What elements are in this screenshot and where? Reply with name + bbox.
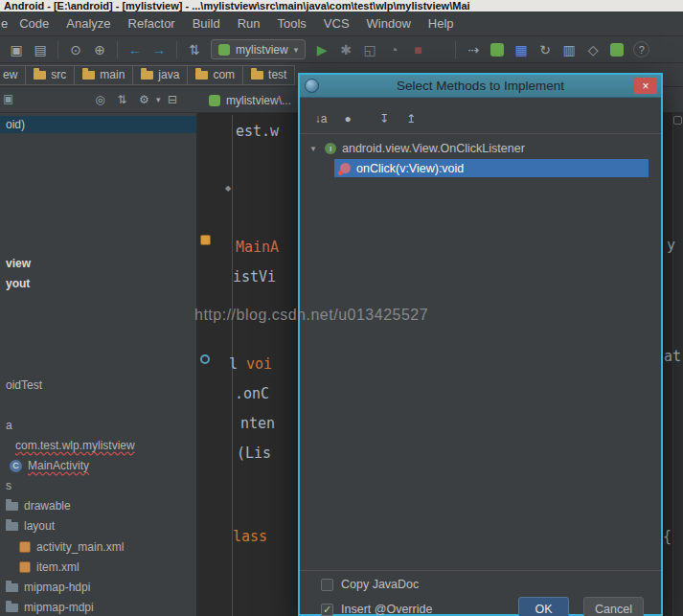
gear-icon[interactable]: ⚙ [134, 89, 154, 109]
device-monitor-icon[interactable]: ▥ [558, 39, 581, 60]
breadcrumb-com[interactable]: com [187, 65, 243, 85]
tree-item-android-selected[interactable]: oid) [0, 116, 196, 133]
expand-all-icon[interactable]: ↧ [375, 109, 394, 128]
tree-item-java[interactable]: a [6, 417, 12, 434]
breadcrumb-src[interactable]: src [25, 65, 75, 85]
tree-item-label: oidTest [6, 378, 42, 392]
editor-tab[interactable]: mylistview\... [197, 87, 304, 113]
tree-item-androidtest[interactable]: oidTest [6, 376, 42, 394]
code-fragment: istVi [233, 268, 276, 286]
menu-item-analyze[interactable]: Analyze [57, 16, 119, 31]
sort-alphabetically-icon[interactable]: ↓a [311, 109, 330, 128]
menu-item-tools[interactable]: Tools [268, 16, 314, 31]
dialog-toolbar: ↓a ● ↧ ↥ [300, 103, 661, 134]
fold-marker-icon[interactable]: ◆ [225, 184, 231, 193]
android-monitor-icon[interactable] [610, 43, 624, 57]
sync-icon[interactable]: ↻ [534, 39, 557, 60]
menu-item-refactor[interactable]: Refactor [120, 16, 184, 31]
override-gutter-icon[interactable] [200, 354, 210, 364]
save-all-icon[interactable]: ▤ [29, 39, 52, 60]
run-button[interactable]: ▶ [310, 39, 333, 60]
breadcrumb-label: ew [3, 68, 17, 81]
error-stripe-icon[interactable] [673, 116, 682, 125]
open-project-icon[interactable]: ▣ [5, 39, 28, 60]
menu-item-build[interactable]: Build [184, 16, 229, 31]
debug-button[interactable]: ✱ [334, 39, 357, 60]
cancel-button[interactable]: Cancel [583, 597, 644, 616]
tree-item-item-xml[interactable]: item.xml [19, 559, 80, 576]
stop-button[interactable]: ■ [406, 39, 429, 60]
tool-window-icon[interactable]: ▣ [3, 92, 13, 105]
tree-item-label: MainActivity [28, 459, 89, 472]
sort-icon[interactable]: ⇅ [112, 89, 132, 109]
breadcrumb-label: main [100, 68, 125, 81]
attach-debugger-icon[interactable]: ⇢ [462, 39, 485, 60]
tree-item-layout[interactable]: layout [6, 517, 55, 535]
dialog-titlebar[interactable]: Select Methods to Implement × [300, 75, 661, 98]
breadcrumb-fragment[interactable]: ew [0, 65, 26, 85]
tree-item-label: view [6, 257, 31, 270]
sdk-manager-icon[interactable]: ▦ [510, 39, 533, 60]
tree-item-drawable[interactable]: drawable [6, 497, 71, 514]
avd-manager-icon[interactable] [490, 43, 504, 57]
copy-javadoc-option[interactable]: Copy JavaDoc [321, 577, 419, 592]
tree-item-label: a [6, 419, 12, 432]
menu-item-vcs[interactable]: VCS [315, 16, 358, 31]
toolbar-separator [176, 41, 177, 58]
coverage-button[interactable]: ◱ [358, 39, 381, 60]
insert-override-label: Insert @Override [341, 603, 432, 616]
close-icon[interactable]: × [634, 78, 657, 94]
tree-item-res[interactable]: s [6, 477, 11, 494]
menu-item-run[interactable]: Run [229, 16, 269, 31]
tree-item-label: yout [6, 277, 30, 290]
help-icon[interactable]: ? [633, 41, 649, 57]
tree-item-mipmap-mdpi[interactable]: mipmap-mdpi [6, 599, 94, 616]
insert-override-option[interactable]: ✓ Insert @Override [321, 602, 432, 616]
gradle-icon[interactable]: ◇ [581, 39, 604, 60]
dialog-separator [300, 570, 661, 571]
tree-item-mipmap-hdpi[interactable]: mipmap-hdpi [6, 579, 90, 596]
tree-item-view[interactable]: view [6, 255, 31, 272]
project-panel-toolbar: ◎ ⇅ ⚙ ▾ ⊟ [90, 89, 183, 109]
window-titlebar[interactable]: Android - [E:\android] - [mylistview] - … [0, 0, 683, 11]
android-file-icon [209, 95, 220, 106]
locate-target-icon[interactable]: ◎ [90, 89, 110, 109]
insert-override-checkbox[interactable]: ✓ [321, 604, 333, 616]
collapse-all-icon[interactable]: ↥ [401, 109, 421, 128]
tree-node-method-selected[interactable]: onClick(v:View):void [334, 159, 649, 177]
show-classes-icon[interactable]: ● [338, 109, 357, 128]
folder-icon [251, 71, 263, 80]
find-in-path-icon[interactable]: ⊕ [88, 39, 111, 60]
search-icon[interactable]: ⊙ [64, 39, 87, 60]
tree-item-package[interactable]: com.test.wlp.mylistview [15, 437, 135, 454]
forward-icon[interactable]: → [148, 39, 171, 60]
menu-bar: e Code Analyze Refactor Build Run Tools … [0, 11, 683, 36]
tree-item-layout-frag[interactable]: yout [6, 275, 30, 292]
breadcrumb-java[interactable]: java [132, 65, 188, 85]
code-fragment: (Lis [237, 445, 271, 463]
collapse-all-icon[interactable]: ⊟ [163, 89, 183, 109]
copy-javadoc-checkbox[interactable] [321, 579, 333, 591]
breadcrumb-test[interactable]: test [242, 65, 295, 85]
chevron-expanded-icon[interactable]: ▼ [309, 145, 319, 153]
back-icon[interactable]: ← [124, 39, 147, 60]
profiler-button[interactable]: ◔ [382, 39, 405, 60]
run-config-select[interactable]: mylistview ▾ [211, 39, 306, 59]
tree-item-activity-main-xml[interactable]: activity_main.xml [19, 538, 124, 556]
code-fragment: est.w [236, 123, 279, 141]
tree-item-mainactivity[interactable]: C MainActivity [10, 457, 89, 474]
interface-icon: I [325, 143, 336, 154]
menu-item-help[interactable]: Help [420, 16, 463, 31]
ok-button[interactable]: OK [518, 597, 569, 616]
breadcrumb-main[interactable]: main [74, 65, 133, 85]
tree-node-interface[interactable]: ▼ I android.view.View.OnClickListener [309, 140, 525, 157]
history-icon[interactable]: ⇅ [183, 39, 206, 60]
folder-icon [6, 604, 18, 612]
menu-item-code[interactable]: Code [11, 16, 57, 31]
code-fragment: at [664, 348, 681, 366]
bookmark-icon[interactable] [200, 235, 211, 245]
tree-item-label: com.test.wlp.mylistview [15, 439, 135, 452]
menu-item-window[interactable]: Window [358, 16, 420, 31]
folder-icon [6, 583, 18, 592]
folder-icon [195, 71, 208, 80]
